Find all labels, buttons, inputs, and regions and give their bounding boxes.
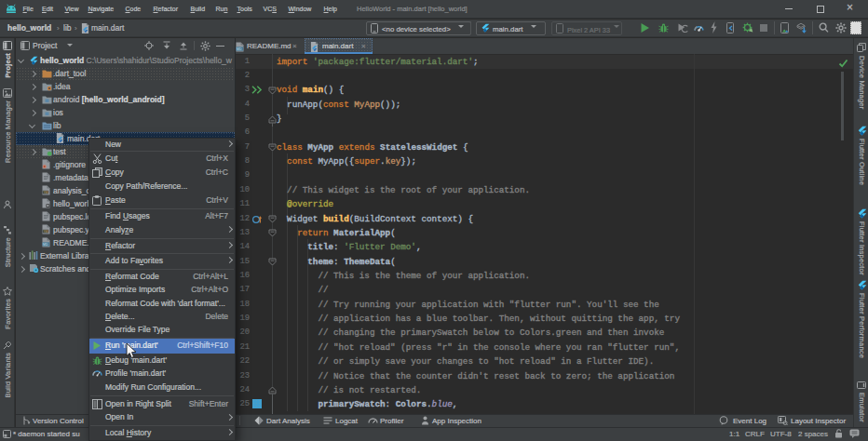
svg-text:MD: MD — [43, 243, 48, 247]
svg-text:MD: MD — [237, 47, 242, 51]
svg-text:YML: YML — [43, 191, 49, 194]
svg-text:YML: YML — [43, 230, 49, 234]
